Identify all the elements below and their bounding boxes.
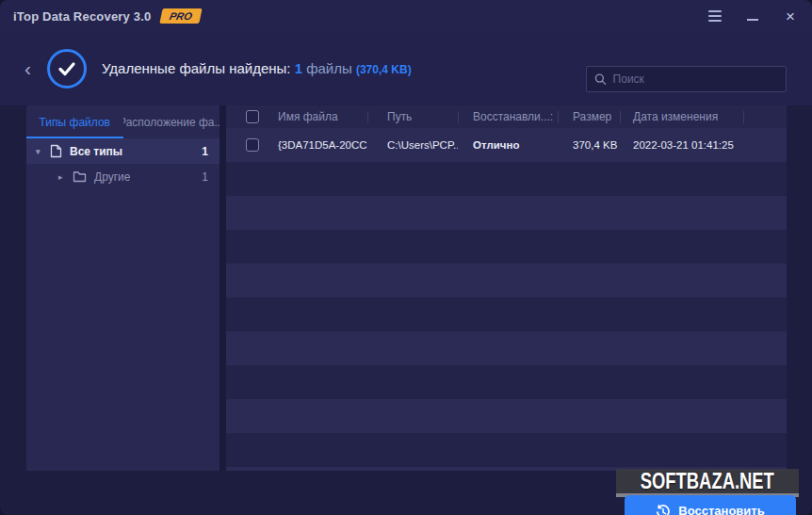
column-header-modified[interactable]: Дата изменения (621, 110, 743, 123)
table-body: {3DA71D5A-20CC-432F-... C:\Users\PCP... … (226, 128, 787, 471)
check-icon (57, 58, 77, 79)
status-size: (370,4 KB) (356, 63, 412, 76)
table-row[interactable]: {3DA71D5A-20CC-432F-... C:\Users\PCP... … (226, 128, 787, 162)
scan-complete-icon (47, 49, 87, 89)
recover-button-label: Восстановить (678, 504, 764, 515)
cell-date-modified: 2022-03-21 01:41:25 (621, 139, 743, 151)
header: ‹ Удаленные файлы найдены: 1 файлы (370,… (0, 32, 812, 105)
caret-right-icon[interactable]: ▸ (58, 172, 66, 182)
tree-item-all-types[interactable]: ▾ Все типы 1 (26, 138, 219, 164)
titlebar: iTop Data Recovery 3.0 PRO × (0, 0, 812, 32)
tree-item-label: Все типы (70, 145, 122, 158)
results-table: Имя файла Путь Восстанавли...: Размер Да… (226, 105, 787, 471)
tree-item-count: 1 (202, 145, 208, 158)
cell-file-path: C:\Users\PCP... (368, 139, 458, 151)
row-checkbox[interactable] (246, 138, 259, 152)
select-all-cell (226, 110, 259, 123)
restore-icon (656, 505, 671, 515)
status-unit: файлы (302, 60, 356, 76)
sidebar-tabs: Типы файлов Расположение фа... (26, 105, 219, 138)
tree-item-label: Другие (94, 170, 130, 184)
tree-item-other[interactable]: ▸ Другие 1 (26, 164, 219, 189)
column-header-path[interactable]: Путь (368, 110, 458, 123)
close-icon-glyph: × (786, 8, 795, 24)
app-title: iTop Data Recovery 3.0 (13, 9, 152, 24)
cell-file-name: {3DA71D5A-20CC-432F-... (259, 139, 367, 151)
row-select-cell (226, 138, 259, 152)
window-controls: × (706, 8, 799, 24)
pro-badge-label: PRO (168, 10, 192, 22)
column-header-name[interactable]: Имя файла (259, 110, 367, 123)
status-prefix: Удаленные файлы найдены: (102, 60, 295, 76)
pro-badge: PRO (159, 8, 202, 24)
column-header-size[interactable]: Размер (559, 110, 620, 123)
cell-file-size: 370,4 KB (559, 139, 620, 151)
watermark: SOFTBAZA.NET (616, 469, 799, 497)
tab-file-location[interactable]: Расположение фа... (123, 105, 220, 138)
cell-recoverability: Отлично (459, 139, 558, 151)
sidebar: Типы файлов Расположение фа... ▾ Все тип… (26, 105, 219, 471)
search-input[interactable] (613, 72, 778, 86)
tree-item-count: 1 (202, 170, 208, 184)
recover-button[interactable]: Восстановить (625, 495, 796, 515)
close-icon[interactable]: × (782, 8, 799, 24)
back-button[interactable]: ‹ (24, 58, 40, 79)
select-all-checkbox[interactable] (246, 110, 259, 123)
file-icon (50, 144, 62, 158)
minimize-icon[interactable] (744, 8, 761, 24)
table-header: Имя файла Путь Восстанавли...: Размер Да… (226, 105, 787, 128)
menu-icon-glyph (708, 10, 722, 22)
search-box[interactable] (586, 66, 787, 92)
search-icon (594, 72, 607, 86)
app-window: iTop Data Recovery 3.0 PRO × ‹ Удаленные… (0, 0, 812, 515)
panel-divider (219, 105, 226, 471)
column-separator (743, 111, 744, 123)
menu-icon[interactable] (706, 8, 723, 24)
minimize-icon-glyph (747, 19, 758, 21)
caret-down-icon[interactable]: ▾ (36, 147, 43, 156)
watermark-text: SOFTBAZA.NET (641, 469, 774, 494)
folder-icon (73, 170, 87, 183)
column-header-recoverability[interactable]: Восстанавли...: (459, 110, 558, 123)
status-line: Удаленные файлы найдены: 1 файлы (370,4 … (102, 60, 412, 76)
status-count: 1 (295, 60, 302, 76)
tab-file-types[interactable]: Типы файлов (26, 105, 123, 138)
